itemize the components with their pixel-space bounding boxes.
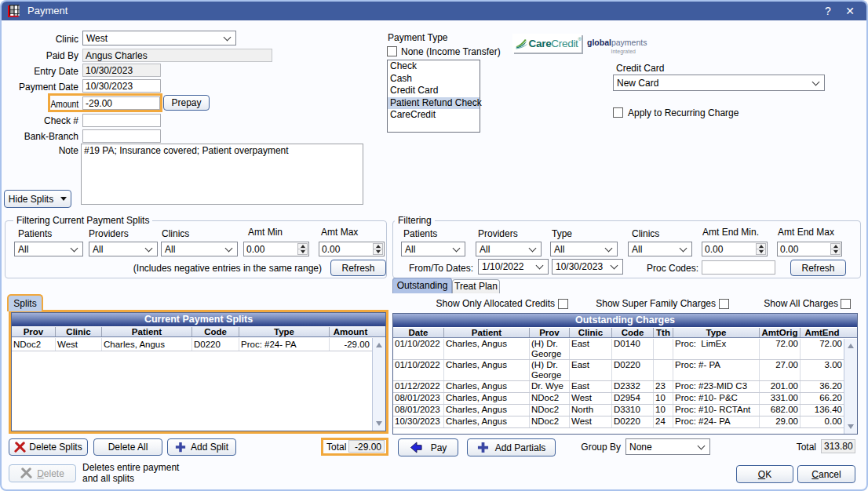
- credit-card-combobox[interactable]: New Card: [613, 75, 825, 91]
- outstanding-row[interactable]: 08/01/2023 Charles, Angus NDoc2 North D3…: [393, 405, 844, 416]
- column-header[interactable]: Patient: [444, 328, 530, 337]
- column-header[interactable]: Patient: [102, 327, 192, 336]
- filter2-type-combobox[interactable]: All: [550, 242, 618, 256]
- scroll-down-icon[interactable]: [844, 420, 857, 433]
- cell-type: Proc: #- PA: [673, 360, 760, 380]
- refresh-splits-button[interactable]: Refresh: [330, 260, 386, 276]
- cell-amtend: 3.00: [801, 360, 844, 380]
- payment-type-option-carecredit[interactable]: CareCredit: [388, 109, 480, 122]
- carecredit-care-text: Care: [529, 38, 552, 49]
- outstanding-row[interactable]: 08/01/2023 Charles, Angus NDoc2 West D29…: [393, 393, 844, 405]
- payment-type-option-cash[interactable]: Cash: [388, 73, 480, 85]
- outstanding-scrollbar[interactable]: [844, 339, 857, 434]
- help-button[interactable]: ?: [816, 2, 840, 20]
- ok-button[interactable]: OK: [736, 465, 793, 483]
- apply-recurring-label: Apply to Recurring Charge: [628, 107, 739, 118]
- spin-down-icon[interactable]: [830, 249, 841, 255]
- filter-patients-combobox[interactable]: All: [14, 242, 83, 256]
- outstanding-row[interactable]: 01/10/2022 Charles, Angus (H) Dr. George…: [393, 339, 844, 360]
- scroll-down-icon[interactable]: [373, 417, 385, 430]
- hide-splits-button[interactable]: Hide Splits: [4, 190, 71, 208]
- pay-button[interactable]: Pay: [398, 438, 458, 456]
- payment-type-option-credit-card[interactable]: Credit Card: [388, 85, 480, 97]
- proc-codes-field[interactable]: [702, 260, 775, 275]
- column-header[interactable]: Clinic: [56, 327, 102, 336]
- cell-patient: Charles, Angus: [102, 338, 192, 351]
- outstanding-row[interactable]: 01/10/2022 Charles, Angus (H) Dr. George…: [393, 360, 844, 381]
- plus-icon: [175, 442, 186, 453]
- amt-end-max-spinner[interactable]: 0.00: [777, 242, 842, 256]
- spin-up-icon[interactable]: [756, 243, 766, 249]
- outstanding-row[interactable]: 10/30/2023 Charles, Angus NDoc2 West D02…: [393, 416, 844, 428]
- scroll-up-icon[interactable]: [373, 339, 385, 351]
- note-field[interactable]: #19 PA; Insurance covered; Patient overp…: [81, 144, 363, 205]
- column-header[interactable]: Prov: [530, 328, 570, 337]
- splits-row[interactable]: NDoc2 West Charles, Angus D0220 Proc: #2…: [12, 338, 372, 351]
- delete-description-line1: Deletes entire payment: [82, 462, 179, 473]
- refresh-outstanding-button[interactable]: Refresh: [790, 260, 846, 276]
- clinic-combobox[interactable]: West: [82, 31, 236, 45]
- filter-providers-combobox[interactable]: All: [89, 242, 158, 256]
- filter2-providers-combobox[interactable]: All: [476, 242, 542, 256]
- spin-down-icon[interactable]: [756, 249, 766, 255]
- spin-down-icon[interactable]: [297, 249, 308, 255]
- amt-min-spinner[interactable]: 0.00: [243, 242, 309, 256]
- filter-clinics-combobox[interactable]: All: [161, 242, 238, 256]
- amt-end-min-spinner[interactable]: 0.00: [702, 242, 768, 256]
- amount-field[interactable]: -29.00: [82, 96, 160, 110]
- payment-date-field[interactable]: 10/30/2023: [82, 79, 161, 93]
- date-to-combobox[interactable]: 10/30/2023: [552, 259, 623, 275]
- cancel-button[interactable]: Cancel: [797, 465, 855, 483]
- cell-prov: NDoc2: [12, 338, 56, 351]
- column-header[interactable]: Prov: [12, 327, 56, 336]
- bank-branch-field[interactable]: [82, 129, 161, 143]
- spin-up-icon[interactable]: [297, 243, 308, 249]
- spin-up-icon[interactable]: [830, 243, 841, 249]
- show-all-checkbox[interactable]: [841, 299, 851, 309]
- filter2-patients-combobox[interactable]: All: [401, 242, 465, 256]
- column-header[interactable]: Type: [673, 328, 760, 337]
- payment-type-option-check[interactable]: Check: [388, 60, 480, 73]
- payment-type-option-patient-refund-check[interactable]: Patient Refund Check: [388, 97, 480, 110]
- ok-label: OK: [758, 469, 771, 480]
- column-header[interactable]: Tth: [654, 328, 673, 337]
- scroll-up-icon[interactable]: [844, 340, 857, 352]
- column-header[interactable]: AmtOrig: [760, 328, 801, 337]
- delete-all-button[interactable]: Delete All: [93, 438, 162, 456]
- tab-treat-plan[interactable]: Treat Plan: [452, 279, 500, 293]
- apply-recurring-checkbox[interactable]: [613, 107, 623, 118]
- amt-max-spinner[interactable]: 0.00: [319, 242, 385, 256]
- column-header[interactable]: Date: [393, 328, 444, 337]
- prepay-button[interactable]: Prepay: [163, 95, 210, 111]
- spin-down-icon[interactable]: [373, 249, 383, 255]
- group-by-combobox[interactable]: None: [625, 438, 710, 455]
- cell-date: 01/10/2022: [393, 360, 444, 380]
- column-header[interactable]: Code: [612, 328, 654, 337]
- carecredit-logo[interactable]: CareCredit®: [512, 34, 582, 53]
- outstanding-grid: Outstanding Charges Date Patient Prov Cl…: [392, 313, 858, 435]
- none-income-transfer-checkbox[interactable]: [387, 46, 397, 56]
- carecredit-reg-mark: ®: [578, 37, 582, 42]
- check-number-field[interactable]: [82, 114, 161, 127]
- filter-providers-value: All: [93, 244, 103, 255]
- splits-scrollbar[interactable]: [372, 338, 385, 431]
- group-by-label: Group By: [542, 442, 621, 453]
- tab-outstanding[interactable]: Outstanding: [392, 278, 452, 293]
- column-header[interactable]: Type: [239, 327, 330, 336]
- column-header[interactable]: Amount: [330, 327, 371, 336]
- column-header[interactable]: Code: [192, 327, 239, 336]
- filter2-patients-value: All: [405, 244, 415, 255]
- payment-date-label: Payment Date: [0, 82, 78, 93]
- cell-code: D0220: [612, 416, 654, 427]
- outstanding-row[interactable]: 01/12/2022 Charles, Angus Dr. Wye East D…: [393, 381, 844, 393]
- close-button[interactable]: ✕: [838, 2, 862, 20]
- spin-up-icon[interactable]: [373, 243, 383, 249]
- add-split-button[interactable]: Add Split: [167, 438, 236, 456]
- delete-splits-button[interactable]: Delete Splits: [9, 438, 88, 456]
- date-from-combobox[interactable]: 1/10/2022: [478, 259, 549, 275]
- up-triangle-icon: [376, 343, 382, 347]
- filter2-clinics-combobox[interactable]: All: [628, 242, 692, 256]
- column-header[interactable]: Clinic: [570, 328, 612, 337]
- column-header[interactable]: AmtEnd: [801, 328, 844, 337]
- tab-splits[interactable]: Splits: [7, 294, 43, 311]
